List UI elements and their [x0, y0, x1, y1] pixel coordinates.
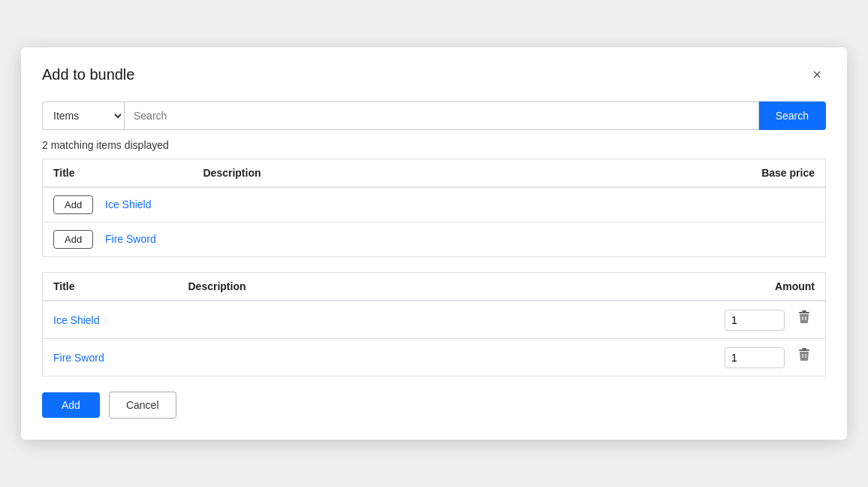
search-input[interactable]	[124, 101, 759, 130]
search-result-row: Add Fire Sword	[43, 222, 826, 257]
bundle-item-description	[178, 301, 676, 339]
svg-rect-0	[802, 310, 806, 312]
delete-bundle-item-button[interactable]	[794, 309, 815, 328]
col-title: Title	[43, 159, 193, 188]
bundle-col-title: Title	[43, 273, 178, 301]
bundle-item-title: Fire Sword	[43, 339, 178, 377]
col-description: Description	[193, 159, 676, 188]
trash-icon	[798, 310, 810, 324]
bundle-amount-input[interactable]	[725, 310, 785, 331]
bundle-item-link[interactable]: Fire Sword	[53, 352, 104, 364]
search-result-add-cell: Add Ice Shield	[43, 187, 193, 222]
bundle-amount-input[interactable]	[725, 347, 785, 368]
search-result-add-cell: Add Fire Sword	[43, 222, 193, 257]
results-count: 2 matching items displayed	[42, 139, 826, 151]
search-result-description	[193, 222, 676, 257]
trash-icon	[798, 348, 810, 361]
modal-title: Add to bundle	[42, 66, 134, 83]
bundle-item-title: Ice Shield	[43, 301, 178, 339]
modal-header: Add to bundle ×	[42, 65, 826, 83]
footer-cancel-button[interactable]: Cancel	[109, 392, 176, 419]
bundle-col-amount: Amount	[676, 273, 826, 301]
svg-rect-1	[799, 312, 809, 313]
footer-add-button[interactable]: Add	[42, 392, 100, 418]
add-item-button[interactable]: Add	[53, 195, 93, 214]
footer-row: Add Cancel	[42, 392, 826, 419]
col-base-price: Base price	[676, 159, 826, 188]
bundle-item-amount-cell	[676, 339, 826, 377]
search-result-base-price	[676, 187, 826, 222]
search-result-base-price	[676, 222, 826, 257]
svg-rect-5	[799, 349, 809, 351]
bundle-col-description: Description	[178, 273, 676, 301]
search-row: Items Products Categories Search	[42, 101, 826, 130]
search-result-description	[193, 187, 676, 222]
add-item-button[interactable]: Add	[53, 230, 93, 249]
search-results-table: Title Description Base price Add Ice Shi…	[42, 159, 826, 257]
bundle-item-description	[178, 339, 676, 377]
bundle-row: Fire Sword	[43, 339, 826, 377]
search-result-row: Add Ice Shield	[43, 187, 826, 222]
close-button[interactable]: ×	[808, 65, 826, 83]
search-result-title[interactable]: Fire Sword	[105, 233, 156, 245]
add-to-bundle-modal: Add to bundle × Items Products Categorie…	[21, 47, 847, 440]
delete-bundle-item-button[interactable]	[794, 346, 815, 366]
bundle-table: Title Description Amount Ice Shield	[42, 272, 826, 377]
search-button[interactable]: Search	[759, 101, 826, 130]
type-select[interactable]: Items Products Categories	[42, 101, 124, 130]
search-result-title[interactable]: Ice Shield	[105, 198, 151, 210]
bundle-item-link[interactable]: Ice Shield	[53, 314, 99, 326]
bundle-row: Ice Shield	[43, 301, 826, 339]
bundle-item-amount-cell	[676, 301, 826, 339]
svg-rect-4	[802, 348, 806, 349]
